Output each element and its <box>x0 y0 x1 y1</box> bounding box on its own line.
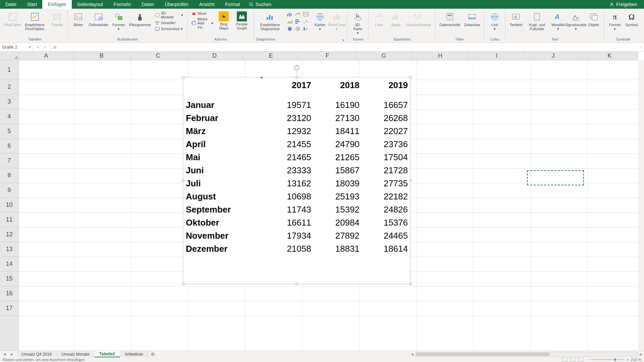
view-page-layout-button[interactable] <box>570 358 576 362</box>
sheet-tab-tabelle2[interactable]: Tabelle2 <box>95 351 120 357</box>
tell-me-search[interactable]: Suchen <box>249 2 271 7</box>
new-sheet-button[interactable]: ⊕ <box>148 351 158 357</box>
column-header-A[interactable]: A <box>19 52 73 60</box>
rotate-handle[interactable] <box>294 65 300 71</box>
menu-tab-format[interactable]: Format <box>220 0 245 9</box>
resize-handle-t[interactable] <box>296 76 298 79</box>
images-button[interactable]: Bilder <box>70 10 87 28</box>
object-button[interactable]: Objekt <box>585 10 602 28</box>
row-header-5[interactable]: 5 <box>0 124 18 139</box>
people-graph-button[interactable]: People Graph <box>232 10 252 32</box>
textbox-button[interactable]: ATextfeld <box>507 10 524 28</box>
row-headers[interactable]: 1234567891011121314151617 <box>0 60 19 351</box>
slicer-button[interactable]: Datenschnitt <box>437 10 462 28</box>
row-header-11[interactable]: 11 <box>0 213 18 227</box>
bing-maps-button[interactable]: Bing Maps <box>215 10 232 32</box>
store-button[interactable]: Store <box>191 11 214 16</box>
sheet-tab-umsatz-q4-2018[interactable]: Umsatz Q4 2018 <box>17 351 57 357</box>
name-box[interactable]: Grafik 2▼ <box>0 43 33 51</box>
resize-handle-bl[interactable] <box>182 283 184 285</box>
charts-dialog-launcher[interactable]: ⬊ <box>342 38 344 42</box>
sheet-nav[interactable]: ◄► <box>0 351 17 357</box>
row-header-6[interactable]: 6 <box>0 139 18 154</box>
column-header-C[interactable]: C <box>130 52 186 60</box>
maps-button[interactable]: Karten▾ <box>312 10 328 32</box>
row-header-2[interactable]: 2 <box>0 80 18 95</box>
shape-marquee[interactable] <box>527 170 584 185</box>
online-images-button[interactable]: Onlinebilder <box>87 10 110 28</box>
resize-handle-tl[interactable] <box>182 76 184 79</box>
column-header-F[interactable]: F <box>299 52 356 60</box>
column-header-K[interactable]: K <box>582 52 638 60</box>
vertical-scrollbar[interactable] <box>638 60 644 351</box>
select-all-corner[interactable] <box>0 52 19 60</box>
timeline-button[interactable]: Zeitachse <box>462 10 482 28</box>
pictograms-button[interactable]: Piktogramme <box>127 10 153 28</box>
column-header-D[interactable]: D <box>186 52 243 60</box>
link-button[interactable]: Link▾ <box>486 10 503 32</box>
signature-button[interactable]: Signaturzeile▾ <box>567 10 585 32</box>
row-header-12[interactable]: 12 <box>0 227 18 242</box>
row-header-14[interactable]: 14 <box>0 257 18 272</box>
worksheet-grid[interactable]: ABCDEFGHIJK 1234567891011121314151617 20… <box>0 52 644 351</box>
row-header-13[interactable]: 13 <box>0 242 18 257</box>
menu-tab-daten[interactable]: Daten <box>136 0 159 9</box>
share-button[interactable]: Freigeben <box>603 2 644 7</box>
equation-button[interactable]: πFormel▾ <box>606 10 623 32</box>
screenshot-button[interactable]: Screenshot ▾ <box>154 26 184 32</box>
row-header-16[interactable]: 16 <box>0 286 18 301</box>
menu-tab-überprüfen[interactable]: Überprüfen <box>159 0 194 9</box>
row-header-3[interactable]: 3 <box>0 95 18 109</box>
column-header-I[interactable]: I <box>469 52 525 60</box>
menu-tab-seitenlayout[interactable]: Seitenlayout <box>72 0 108 9</box>
row-header-10[interactable]: 10 <box>0 198 18 213</box>
wordart-button[interactable]: AWordArt▾ <box>550 10 567 32</box>
resize-handle-br[interactable] <box>409 283 412 285</box>
column-header-E[interactable]: E <box>243 52 299 60</box>
row-header-4[interactable]: 4 <box>0 109 18 124</box>
3d-models-button[interactable]: 3D-Modelle ▾ <box>154 11 184 19</box>
column-header-J[interactable]: J <box>525 52 581 60</box>
row-header-7[interactable]: 7 <box>0 154 18 168</box>
recommended-charts-button[interactable]: Empfohlene Diagramme <box>256 10 284 32</box>
row-header-9[interactable]: 9 <box>0 183 18 198</box>
group-label-spark: Sparklines <box>393 37 411 43</box>
menu-tab-start[interactable]: Start <box>22 0 43 9</box>
header-footer-button[interactable]: Kopf- und Fußzeile <box>524 10 550 32</box>
menu-tab-datei[interactable]: Datei <box>0 0 22 9</box>
symbol-button[interactable]: ΩSymbol <box>623 10 640 28</box>
horizontal-scrollbar[interactable]: ◄ ► <box>409 351 644 357</box>
3d-map-button[interactable]: 3D-Karte▾ <box>350 10 366 36</box>
row-header-1[interactable]: 1 <box>0 60 18 80</box>
table-graphic-object[interactable]: 201720182019Januar195711619016657Februar… <box>183 77 411 284</box>
chart-type-gallery[interactable] <box>286 10 310 32</box>
row-header-17[interactable]: 17 <box>0 301 18 316</box>
formula-bar-expand[interactable]: ⌄ <box>637 45 644 49</box>
resize-handle-r[interactable] <box>409 179 412 182</box>
shapes-button[interactable]: Formen▾ <box>110 10 127 32</box>
zoom-control[interactable]: −+ 210 % <box>587 358 641 362</box>
column-header-H[interactable]: H <box>412 52 469 60</box>
row-header-15[interactable]: 15 <box>0 272 18 286</box>
column-header-B[interactable]: B <box>73 52 130 60</box>
resize-handle-l[interactable] <box>182 179 184 182</box>
sheet-tab-umsatz-monate[interactable]: Umsatz Monate <box>57 351 95 357</box>
resize-handle-tr[interactable] <box>409 76 412 79</box>
sheet-tab-artikelliste[interactable]: Artikelliste <box>120 351 148 357</box>
menu-tab-formeln[interactable]: Formeln <box>108 0 136 9</box>
fx-icon[interactable]: fx <box>51 45 59 50</box>
svg-rect-28 <box>289 13 290 16</box>
table-row: September117431539224826 <box>183 203 411 216</box>
view-normal-button[interactable] <box>561 358 568 362</box>
column-header-G[interactable]: G <box>356 52 412 60</box>
resize-handle-b[interactable] <box>296 283 298 285</box>
view-page-break-button[interactable] <box>578 358 584 362</box>
menu-tab-ansicht[interactable]: Ansicht <box>194 0 220 9</box>
column-headers[interactable]: ABCDEFGHIJK <box>19 52 638 60</box>
recommended-pivot-button[interactable]: Empfohlene PivotTables <box>21 10 49 32</box>
row-header-8[interactable]: 8 <box>0 168 18 183</box>
formula-input[interactable] <box>59 43 637 51</box>
my-addins-button[interactable]: Meine Add-Ins ▾ <box>191 17 214 29</box>
smartart-button[interactable]: SmartArt <box>154 20 184 25</box>
menu-tab-einfügen[interactable]: Einfügen <box>42 0 71 9</box>
